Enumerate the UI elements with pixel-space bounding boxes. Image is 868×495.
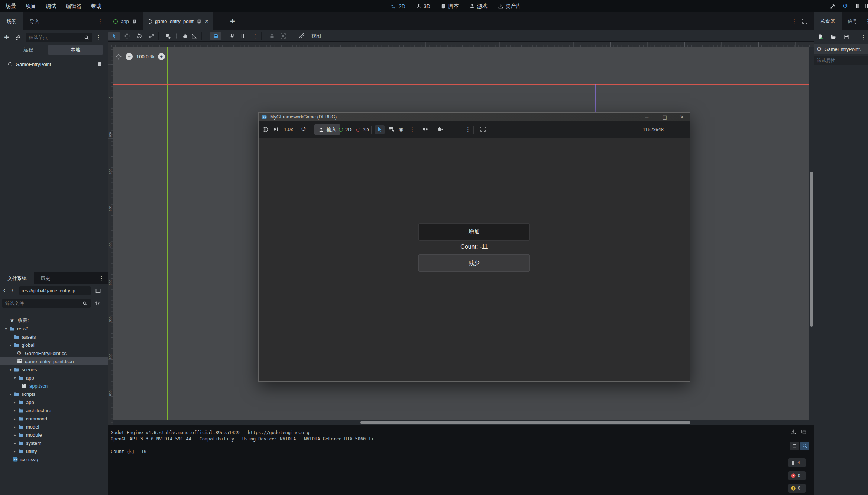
decrease-button[interactable]: 减少 [418, 254, 530, 272]
save-resource-icon[interactable] [843, 34, 849, 40]
close-button[interactable] [676, 113, 688, 121]
move-tool-icon[interactable] [124, 33, 130, 39]
pan-tool-icon[interactable] [182, 33, 188, 39]
rotate-tool-icon[interactable] [136, 33, 142, 39]
zoom-out-button[interactable]: − [126, 53, 133, 60]
tab-history[interactable]: 历史 [34, 272, 56, 284]
camera-options-icon[interactable] [465, 127, 471, 133]
speed-label[interactable]: 1.0x [284, 127, 293, 132]
file-tree-row[interactable]: GameEntryPoint.cs [0, 349, 108, 357]
messages-filter-badge[interactable]: 4 [788, 458, 806, 467]
select-tool-button[interactable] [108, 32, 120, 40]
chevron-icon[interactable] [12, 417, 18, 421]
stop-button[interactable] [864, 0, 868, 12]
tab-filesystem[interactable]: 文件系统 [0, 272, 34, 284]
chevron-icon[interactable] [12, 376, 18, 380]
inspected-node-row[interactable]: GameEntryPoint. [814, 44, 868, 54]
file-tree-row[interactable]: app [0, 398, 108, 406]
file-tree-row[interactable]: game_entry_point.tscn [0, 357, 108, 365]
add-node-button[interactable] [4, 33, 10, 40]
smart-snap-toggle[interactable] [210, 32, 221, 40]
copy-log-icon[interactable] [799, 427, 808, 436]
chevron-icon[interactable] [12, 400, 18, 404]
file-tree-row[interactable]: global [0, 341, 108, 349]
build-button[interactable] [826, 0, 839, 12]
game-list-select-icon[interactable] [389, 126, 395, 132]
scene-tab-game-entry-point[interactable]: game_entry_point [143, 12, 213, 30]
chevron-icon[interactable] [12, 433, 18, 437]
tab-signals[interactable]: 信号 [842, 12, 863, 30]
warnings-filter-badge[interactable]: 0 [788, 484, 806, 493]
tab-import-dock[interactable]: 导入 [23, 12, 46, 30]
filter-nodes-input[interactable]: 筛选节点 [26, 33, 92, 42]
scene-tab-app[interactable]: app [109, 12, 142, 30]
chevron-icon[interactable] [7, 392, 13, 396]
distraction-free-icon[interactable] [802, 18, 808, 24]
context-tab[interactable]: 3D [411, 0, 435, 12]
nav-forward-icon[interactable] [11, 287, 14, 293]
new-scene-tab-button[interactable] [230, 17, 236, 25]
list-select-tool-icon[interactable] [165, 33, 171, 39]
grid-toggle-icon[interactable] [240, 33, 246, 39]
file-tree-row[interactable]: scripts [0, 390, 108, 398]
chevron-icon[interactable] [12, 449, 18, 453]
debug-3d-button[interactable]: 3D [356, 125, 369, 134]
restart-button[interactable] [839, 0, 852, 12]
script-icon[interactable] [197, 19, 202, 24]
ruler-tool-icon[interactable] [191, 33, 197, 39]
menu-item[interactable]: 编辑器 [61, 0, 86, 12]
errors-filter-badge[interactable]: 0 [788, 471, 806, 480]
context-tab[interactable]: 脚本 [436, 0, 463, 12]
new-resource-icon[interactable] [817, 34, 823, 40]
tab-scene-dock[interactable]: 场景 [0, 12, 23, 30]
game-menu-icon[interactable] [409, 127, 415, 133]
file-tree-row[interactable]: command [0, 414, 108, 423]
snap-options-icon[interactable] [252, 33, 258, 39]
input-mode-button[interactable]: 输入 [314, 124, 340, 135]
chevron-icon[interactable] [12, 408, 18, 413]
pause-button[interactable] [852, 0, 864, 12]
vertical-scrollbar[interactable] [810, 172, 813, 327]
debug-2d-button[interactable]: 2D [339, 125, 352, 134]
file-tree-row[interactable]: module [0, 431, 108, 439]
resource-menu-icon[interactable] [861, 35, 866, 40]
pivot-tool-icon[interactable] [174, 33, 179, 39]
maximize-button[interactable] [658, 113, 671, 121]
skeleton-options-icon[interactable] [299, 33, 305, 39]
file-tree-row[interactable]: utility [0, 447, 108, 455]
group-object-icon[interactable] [280, 33, 286, 39]
context-tab[interactable]: 资产库 [493, 0, 526, 12]
camera-center-icon[interactable] [399, 127, 403, 132]
file-tree-row[interactable]: icon.svg [0, 455, 108, 463]
file-tree-row[interactable]: architecture [0, 406, 108, 414]
file-tree-row[interactable]: scenes [0, 365, 108, 374]
embed-fullscreen-icon[interactable] [480, 126, 486, 132]
menu-item[interactable]: 场景 [1, 0, 21, 12]
game-window-titlebar[interactable]: MyGFrameworkGame (DEBUG) [259, 113, 690, 121]
split-mode-icon[interactable] [95, 288, 101, 294]
camera-override-icon[interactable] [438, 126, 444, 132]
filter-files-input[interactable]: 筛选文件 [2, 299, 91, 308]
lock-object-icon[interactable] [269, 33, 275, 39]
scale-tool-icon[interactable] [149, 33, 155, 39]
current-path-field[interactable]: res://global/game_entry_p [19, 286, 91, 295]
chevron-icon[interactable] [7, 343, 13, 347]
remote-button[interactable]: 远程 [10, 45, 46, 55]
increase-button[interactable]: 增加 [418, 223, 530, 241]
local-button[interactable]: 本地 [48, 45, 103, 55]
scene-dock-menu-icon[interactable] [97, 19, 103, 24]
scene-tree-menu-icon[interactable] [96, 35, 101, 40]
filter-properties-input[interactable]: 筛选属性 [814, 56, 868, 65]
tab-inspector[interactable]: 检查器 [814, 12, 842, 30]
file-tree-row[interactable]: 收藏: [0, 316, 108, 325]
zoom-level-label[interactable]: 100.0 % [136, 54, 154, 59]
file-tree-row[interactable]: app.tscn [0, 382, 108, 390]
nav-back-icon[interactable] [3, 287, 6, 293]
script-icon[interactable] [97, 62, 103, 67]
reset-speed-icon[interactable] [301, 126, 306, 132]
file-tree-row[interactable]: model [0, 423, 108, 431]
script-icon[interactable] [132, 19, 137, 24]
file-tree-row[interactable]: res:// [0, 325, 108, 333]
game-select-mode-button[interactable] [375, 125, 385, 134]
file-tree-row[interactable]: system [0, 439, 108, 447]
